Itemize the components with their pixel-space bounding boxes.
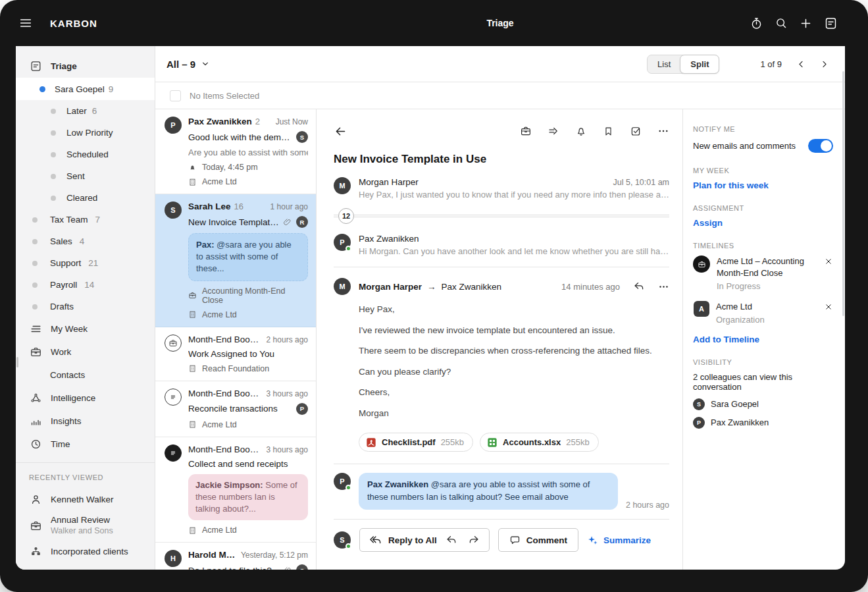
avatar: P	[334, 473, 351, 490]
sidebar-item-support[interactable]: Support21	[16, 252, 155, 274]
content-scrollbar[interactable]	[842, 71, 844, 316]
timeline-item-organization[interactable]: A Acme Ltd Organization	[693, 301, 833, 326]
attachment-accounts-xlsx[interactable]: Accounts.xlsx 255kb	[480, 433, 599, 452]
chevron-left-icon[interactable]	[796, 59, 806, 69]
bar-chart-icon	[29, 415, 42, 427]
chevron-right-icon[interactable]	[819, 59, 829, 69]
list-item[interactable]: Month-End Bookkeeping3 hours ago Collect…	[155, 437, 316, 543]
building-icon	[188, 310, 197, 319]
sidebar-item-tax-team[interactable]: Tax Team7	[16, 209, 155, 230]
mark-complete-icon[interactable]	[630, 125, 642, 137]
app-window: KARBON Triage Triage Sara Goepel 9 Later…	[0, 0, 868, 592]
more-options-icon[interactable]	[657, 125, 669, 137]
dot-icon	[51, 130, 56, 136]
reply-to-all-button[interactable]: Reply to All	[359, 528, 490, 552]
sidebar-item-scheduled[interactable]: Scheduled	[16, 144, 155, 165]
sidebar-item-time[interactable]: Time	[16, 433, 155, 456]
summarize-button[interactable]: Summarize	[587, 535, 651, 546]
timeline-item-work[interactable]: Acme Ltd – Accounting Month-End Close In…	[693, 256, 833, 292]
avatar: P	[693, 417, 705, 429]
visibility-person[interactable]: P Pax Zwanikken	[693, 417, 833, 429]
work-avatar	[693, 256, 710, 273]
dot-icon	[51, 196, 56, 201]
sidebar-item-payroll[interactable]: Payroll14	[16, 274, 155, 296]
plan-for-week-link[interactable]: Plan for this week	[693, 180, 769, 190]
search-icon[interactable]	[775, 16, 788, 30]
task-list-icon	[165, 444, 182, 462]
collapsed-message[interactable]: M Morgan HarperJul 5, 10:01 am Hey Pax, …	[334, 174, 669, 205]
bookmark-icon[interactable]	[603, 126, 614, 137]
view-split-button[interactable]: Split	[680, 55, 719, 74]
collapsed-count[interactable]: 12	[338, 208, 354, 224]
add-to-work-icon[interactable]	[520, 125, 532, 137]
sidebar-item-triage[interactable]: Triage	[16, 54, 155, 78]
notify-toggle[interactable]	[808, 139, 833, 153]
recent-item-annual-review[interactable]: Annual ReviewWalker and Sons	[16, 511, 155, 540]
sidebar-item-low-priority[interactable]: Low Priority	[16, 122, 155, 144]
person-icon	[29, 493, 42, 506]
bell-icon[interactable]	[575, 125, 587, 137]
detail-toolbar	[334, 120, 669, 142]
close-icon[interactable]	[824, 302, 833, 311]
visibility-person[interactable]: S Sara Goepel	[693, 398, 833, 410]
forward-icon[interactable]	[468, 534, 480, 546]
avatar: P	[334, 234, 351, 251]
sidebar-item-sara-goepel[interactable]: Sara Goepel 9	[16, 78, 155, 100]
building-icon	[188, 420, 197, 429]
assignee-badge: P	[296, 403, 308, 415]
sidebar-item-drafts[interactable]: Drafts	[16, 296, 155, 317]
main-area: All – 9 List Split 1 of 9	[155, 46, 845, 570]
triage-icon[interactable]	[824, 16, 838, 30]
list-item[interactable]: Month-End Bookkeeping3 hours ago Reconci…	[155, 381, 316, 437]
sidebar-item-sales[interactable]: Sales4	[16, 230, 155, 252]
pagination: 1 of 9	[760, 59, 829, 69]
dot-icon	[51, 174, 56, 179]
comment-bubble[interactable]: Pax Zwanikken @sara are you able to assi…	[359, 473, 618, 510]
collapsed-message[interactable]: P Pax Zwanikken Hi Morgan. Can you have …	[334, 230, 669, 267]
message-body: Hey Pax, I've reviewed the new invoice t…	[334, 303, 669, 427]
close-icon[interactable]	[824, 257, 833, 266]
recently-viewed-header: RECENTLY VIEWED	[16, 471, 155, 488]
sidebar-item-cleared[interactable]: Cleared	[16, 187, 155, 209]
reply-icon[interactable]	[633, 281, 645, 292]
sidebar-item-work[interactable]: Work	[16, 340, 155, 363]
list-item-selected[interactable]: S Sarah Lee161 hour ago New Invoice Temp…	[155, 194, 316, 327]
list-item[interactable]: H Harold McKinleyYesterday, 5:12 pm Do I…	[155, 543, 316, 570]
assign-link[interactable]: Assign	[693, 218, 723, 228]
sidebar-item-sent[interactable]: Sent	[16, 165, 155, 187]
comment-button[interactable]: Comment	[498, 528, 578, 552]
sidebar-item-later[interactable]: Later6	[16, 100, 155, 122]
add-to-timeline-link[interactable]: Add to Timeline	[693, 335, 759, 344]
timer-icon[interactable]	[750, 16, 763, 30]
move-to-icon[interactable]	[548, 125, 559, 137]
timelines-header: TIMELINES	[693, 242, 833, 250]
list-item[interactable]: P Pax Zwanikken2Just Now Good luck with …	[155, 109, 316, 194]
collapsed-count-divider[interactable]: 12	[334, 208, 669, 224]
menu-icon[interactable]	[18, 16, 33, 30]
assignee-badge: S	[296, 131, 308, 143]
more-options-icon[interactable]	[658, 281, 669, 292]
filter-dropdown[interactable]: All – 9	[166, 59, 211, 70]
intelligence-icon	[29, 392, 42, 404]
select-all-checkbox[interactable]	[170, 90, 181, 101]
reply-icon[interactable]	[446, 534, 457, 546]
sidebar-item-contacts[interactable]: Contacts	[16, 363, 155, 387]
org-chart-icon	[29, 545, 42, 558]
recent-item-kenneth-walker[interactable]: Kenneth Walker	[16, 488, 155, 511]
unread-dot	[39, 86, 45, 92]
assignment-header: ASSIGNMENT	[693, 204, 833, 212]
sidebar-item-intelligence[interactable]: Intelligence	[16, 387, 155, 410]
sidebar-item-insights[interactable]: Insights	[16, 410, 155, 433]
sidebar-scrollbar[interactable]	[16, 357, 18, 367]
dot-icon	[32, 217, 38, 223]
add-icon[interactable]	[799, 16, 813, 30]
sidebar-item-my-week[interactable]: My Week	[16, 317, 155, 340]
work-status: In Progress	[717, 281, 817, 292]
back-icon[interactable]	[334, 124, 347, 138]
view-list-button[interactable]: List	[648, 55, 680, 73]
dot-icon	[51, 152, 56, 157]
list-item[interactable]: Month-End Bookkeeping2 hours ago Work As…	[155, 327, 316, 381]
notify-label: New emails and comments	[693, 141, 796, 151]
recent-item-incorporated-clients[interactable]: Incorporated clients	[16, 540, 155, 563]
attachment-checklist-pdf[interactable]: Checklist.pdf 255kb	[359, 433, 473, 452]
